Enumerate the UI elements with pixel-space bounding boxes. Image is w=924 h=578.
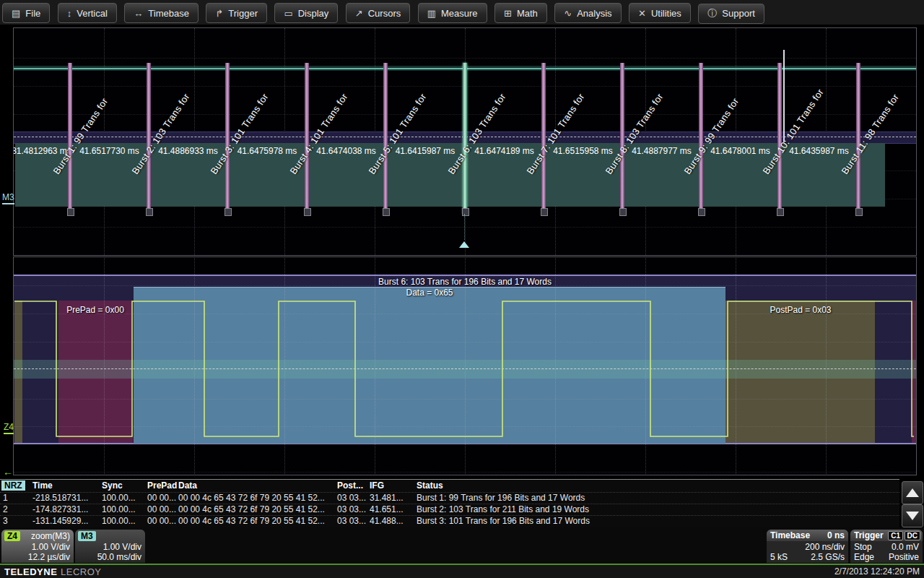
cursor-line[interactable] bbox=[783, 50, 785, 142]
menu-bar: ▤File ↕Vertical ↔Timebase ↱Trigger ▭Disp… bbox=[0, 0, 924, 25]
interval-value: 41.6478001 ms bbox=[703, 143, 777, 158]
z4-badge: Z4 bbox=[4, 531, 20, 541]
timebase-title: Timebase bbox=[770, 530, 810, 540]
cell-nrz: 3 bbox=[3, 516, 8, 526]
timebase-tdiv: 200 ns/div bbox=[805, 542, 845, 552]
table-row[interactable]: 3 -131.145929... 100.00... 00 00... 00 0… bbox=[0, 516, 899, 527]
prepad-annotation: PrePad = 0x00 bbox=[66, 305, 124, 315]
col-header-data[interactable]: Data bbox=[178, 480, 197, 491]
marker-cap bbox=[383, 208, 390, 216]
gridline bbox=[14, 426, 916, 427]
menu-support-label: Support bbox=[722, 8, 755, 19]
z4-title: zoom(M3) bbox=[31, 531, 70, 541]
cell-ifg: 31.481... bbox=[370, 493, 404, 503]
trigger-slope: Positive bbox=[889, 552, 919, 562]
cell-nrz: 1 bbox=[3, 493, 8, 503]
col-header-prepad[interactable]: PrePad bbox=[147, 480, 177, 491]
marker-cap bbox=[146, 208, 153, 216]
marker-cap bbox=[462, 208, 469, 216]
scroll-down-button[interactable] bbox=[902, 504, 923, 527]
cell-post: 03 03... bbox=[337, 516, 366, 526]
trigger-descriptor-box[interactable]: Trigger C1 DC Stop 0.0 mV Edge Positive bbox=[850, 530, 923, 563]
menu-cursors[interactable]: ↗Cursors bbox=[346, 3, 410, 23]
interval-value: 41.6515958 ms bbox=[546, 143, 620, 158]
scroll-up-button[interactable] bbox=[902, 481, 923, 504]
menu-math-label: Math bbox=[517, 8, 538, 19]
trigger-icon: ↱ bbox=[215, 8, 223, 19]
menu-timebase[interactable]: ↔Timebase bbox=[124, 3, 199, 23]
menu-file-label: File bbox=[25, 8, 40, 19]
menu-vertical[interactable]: ↕Vertical bbox=[58, 3, 117, 23]
menu-display-label: Display bbox=[298, 8, 329, 19]
postpad-annotation: PostPad = 0x03 bbox=[770, 305, 831, 315]
interval-value: 41.4886933 ms bbox=[151, 143, 225, 158]
m3-descriptor-box[interactable]: M3 1.00 V/div 50.0 ms/div bbox=[75, 530, 145, 563]
z4-descriptor-box[interactable]: Z4 zoom(M3) 1.00 V/div 12.2 µs/div bbox=[1, 530, 74, 563]
interval-value: 41.6517730 ms bbox=[72, 143, 147, 158]
col-header-sync[interactable]: Sync bbox=[102, 480, 123, 491]
timebase-rate: 2.5 GS/s bbox=[811, 552, 845, 562]
table-header-row: NRZ Time Sync PrePad Data Post... IFG St… bbox=[0, 480, 899, 492]
gridline bbox=[14, 227, 916, 228]
menu-analysis[interactable]: ∿Analysis bbox=[554, 3, 621, 23]
burst-title-annotation: Burst 6: 103 Trans for 196 Bits and 17 W… bbox=[378, 277, 552, 287]
timebase-icon: ↔ bbox=[134, 8, 143, 19]
zoom-waveform-panel: Burst 6: 103 Trans for 196 Bits and 17 W… bbox=[13, 256, 917, 475]
trigger-mode: Stop bbox=[854, 542, 872, 552]
col-header-time[interactable]: Time bbox=[32, 480, 53, 491]
data-value-annotation: Data = 0x65 bbox=[406, 288, 453, 298]
trigger-coupling-badge: DC bbox=[905, 531, 920, 540]
col-header-ifg[interactable]: IFG bbox=[370, 480, 384, 491]
analysis-icon: ∿ bbox=[564, 8, 572, 19]
clock: 2/7/2013 12:24:20 PM bbox=[834, 566, 920, 577]
menu-trigger[interactable]: ↱Trigger bbox=[206, 3, 267, 23]
menu-timebase-label: Timebase bbox=[148, 8, 189, 19]
menu-math[interactable]: ⊞Math bbox=[494, 3, 547, 23]
marker-cap bbox=[541, 208, 548, 216]
cell-data: 00 00 4c 65 43 72 6f 79 20 55 41 52... bbox=[178, 493, 325, 503]
brand-teledyne: TELEDYNE bbox=[4, 566, 57, 577]
cell-data: 00 00 4c 65 43 72 6f 79 20 55 41 52... bbox=[178, 504, 325, 514]
marker-cap bbox=[304, 208, 311, 216]
m3-channel-label[interactable]: M3 bbox=[2, 192, 14, 204]
cell-time: -174.827331... bbox=[32, 504, 88, 514]
menu-measure[interactable]: ▥Measure bbox=[418, 3, 487, 23]
table-row[interactable]: 2 -174.827331... 100.00... 00 00... 00 0… bbox=[0, 504, 899, 516]
interval-value: 41.4887977 ms bbox=[624, 143, 699, 158]
cell-time: -218.518731... bbox=[32, 493, 88, 503]
col-header-nrz[interactable]: NRZ bbox=[1, 480, 25, 491]
cell-post: 03 03... bbox=[337, 504, 366, 514]
math-icon: ⊞ bbox=[504, 8, 512, 19]
marker-cap bbox=[67, 208, 74, 216]
z4-trace-label[interactable]: Z4 bbox=[4, 422, 14, 434]
interval-value: 41.6475978 ms bbox=[230, 143, 305, 158]
z4-tdiv: 12.2 µs/div bbox=[28, 552, 70, 562]
timebase-descriptor-box[interactable]: Timebase 0 ns 200 ns/div 5 kS 2.5 GS/s bbox=[767, 530, 848, 563]
interval-value: 41.6474189 ms bbox=[467, 143, 541, 158]
level-dashed-line bbox=[14, 368, 916, 369]
gridline bbox=[14, 399, 916, 400]
table-row[interactable]: 1 -218.518731... 100.00... 00 00... 00 0… bbox=[0, 493, 899, 504]
menu-utilities[interactable]: ✕Utilities bbox=[629, 3, 691, 23]
marker-cap bbox=[619, 208, 627, 216]
menu-cursors-label: Cursors bbox=[368, 8, 401, 19]
pan-left-arrow-icon[interactable]: ← bbox=[3, 466, 13, 478]
menu-display[interactable]: ▭Display bbox=[274, 3, 338, 23]
display-icon: ▭ bbox=[284, 8, 292, 19]
cell-sync: 100.00... bbox=[102, 504, 136, 514]
cell-data: 00 00 4c 65 43 72 6f 79 20 55 41 52... bbox=[178, 516, 325, 526]
cell-status: Burst 1: 99 Trans for 196 Bits and 17 Wo… bbox=[417, 493, 585, 503]
footer-bar: TELEDYNE LECROY 2/7/2013 12:24:20 PM bbox=[0, 565, 924, 578]
utilities-icon: ✕ bbox=[638, 8, 646, 19]
menu-vertical-label: Vertical bbox=[77, 8, 108, 19]
trigger-title: Trigger bbox=[854, 530, 884, 540]
col-header-status[interactable]: Status bbox=[417, 480, 443, 491]
menu-file[interactable]: ▤File bbox=[2, 3, 50, 23]
menu-support[interactable]: ⓘSupport bbox=[698, 4, 764, 24]
main-waveform-panel: 31.4812963 ms 41.6517730 ms 41.4886933 m… bbox=[13, 27, 917, 256]
col-header-post[interactable]: Post... bbox=[337, 480, 363, 491]
cell-sync: 100.00... bbox=[102, 493, 136, 503]
cell-status: Burst 3: 101 Trans for 196 Bits and 17 W… bbox=[417, 516, 590, 526]
status-bar: Z4 zoom(M3) 1.00 V/div 12.2 µs/div M3 1.… bbox=[0, 527, 924, 564]
cell-prepad: 00 00... bbox=[147, 493, 176, 503]
